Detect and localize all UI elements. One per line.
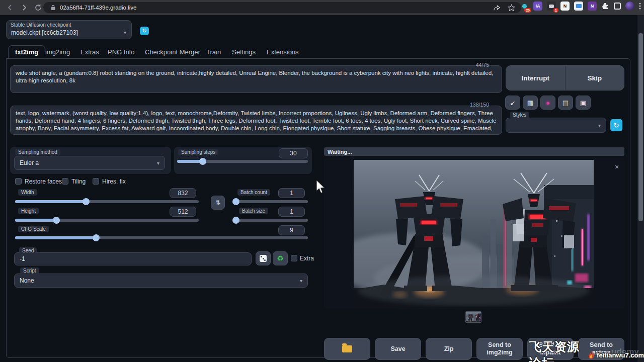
height-label: Height	[18, 208, 39, 214]
random-seed-dice-button[interactable]	[256, 251, 271, 265]
styles-refresh-button[interactable]: ↻	[610, 119, 622, 131]
batch-size-value[interactable]: 1	[278, 207, 305, 217]
width-label: Width	[18, 189, 37, 196]
checkpoint-dropdown[interactable]: Stable Diffusion checkpoint model.ckpt […	[6, 20, 132, 39]
paste-params-button[interactable]: ↙	[505, 96, 520, 110]
lock-icon	[50, 5, 56, 11]
width-slider[interactable]	[15, 200, 199, 203]
batch-size-slider[interactable]	[232, 219, 308, 222]
tab-extras[interactable]: Extras	[80, 48, 99, 56]
watermark-chinese-text: 飞天资源论坛	[529, 339, 586, 362]
slider-thumb[interactable]	[53, 217, 60, 224]
tiling-label: Tiling	[71, 178, 86, 185]
send-to-img2img-button[interactable]: Send to img2img	[476, 338, 523, 360]
swap-dimensions-button[interactable]: ⇅	[211, 196, 225, 210]
menu-dots-icon[interactable]	[639, 2, 641, 10]
forward-icon[interactable]	[20, 4, 28, 12]
restore-faces-label: Restore faces	[25, 178, 62, 185]
gallery-thumbnail[interactable]	[465, 311, 481, 323]
tab-settings[interactable]: Settings	[232, 48, 256, 56]
tab-extensions[interactable]: Extensions	[267, 48, 299, 56]
sampling-steps-slider[interactable]	[177, 160, 308, 163]
batch-size-label: Batch size	[239, 208, 268, 214]
seed-input[interactable]: -1	[14, 252, 252, 265]
extension-icons: 20 IA 1 N N	[520, 2, 641, 11]
batch-count-value[interactable]: 1	[278, 188, 305, 198]
extra-seed-checkbox[interactable]	[291, 255, 297, 261]
slider-thumb[interactable]	[83, 198, 90, 205]
trash-icon: ▦	[527, 99, 533, 107]
styles-dropdown[interactable]: ▾	[506, 118, 606, 133]
tab-txt2img[interactable]: txt2img	[8, 45, 45, 58]
tiling-checkbox[interactable]	[62, 178, 68, 185]
progress-status: Waiting...	[328, 149, 352, 155]
prompt-input[interactable]: wide shot angle, a (gundam:0.8) robot st…	[10, 65, 502, 93]
chevron-down-icon: ▾	[300, 278, 302, 284]
slider-thumb[interactable]	[199, 158, 206, 165]
browser-toolbar: 02a56ff4-71ff-439e.gradio.live 20 IA 1 N…	[0, 0, 644, 15]
tab-checkpoint-merger[interactable]: Checkpoint Merger	[145, 48, 200, 56]
site-watermark: 飞天资源论坛 feitianwu7.com	[529, 339, 644, 362]
apply-style-button[interactable]: ▤	[558, 96, 573, 110]
url-text: 02a56ff4-71ff-439e.gradio.live	[60, 5, 136, 11]
bookmark-star-icon[interactable]	[508, 4, 515, 12]
script-dropdown[interactable]: None▾	[14, 274, 308, 288]
restore-faces-checkbox[interactable]	[15, 178, 22, 185]
extra-seed-label: Extra	[300, 255, 314, 262]
slider-thumb[interactable]	[93, 234, 100, 241]
interrupt-button[interactable]: Interrupt	[506, 66, 565, 90]
negative-prompt-input[interactable]: text, logo, watermark, (worst quality, l…	[10, 106, 502, 135]
arrow-down-left-icon: ↙	[510, 99, 516, 107]
checkpoint-refresh-button[interactable]: ↻	[140, 27, 149, 35]
cfg-scale-value[interactable]: 9	[278, 225, 305, 235]
side-panel-icon[interactable]	[614, 3, 621, 10]
tab-img2img[interactable]: img2img	[45, 48, 70, 56]
batch-count-label: Batch count	[237, 189, 270, 196]
save-style-button[interactable]: ▣	[576, 96, 591, 110]
cfg-scale-label: CFG Scale	[18, 226, 49, 232]
slider-thumb[interactable]	[232, 217, 239, 224]
checkpoint-value: model.ckpt [cc6cb27103]	[11, 29, 78, 36]
chevron-down-icon: ▾	[157, 160, 159, 166]
image-extension-icon[interactable]	[574, 2, 583, 11]
url-bar[interactable]: 02a56ff4-71ff-439e.gradio.live	[43, 2, 521, 13]
onenote-extension-icon[interactable]: N	[588, 2, 597, 11]
styles-label: Styles	[510, 112, 529, 118]
notion-extension-icon[interactable]: N	[560, 2, 570, 11]
open-folder-button[interactable]	[324, 338, 370, 360]
generated-image[interactable]	[354, 160, 594, 307]
sampling-steps-label: Sampling steps	[178, 149, 218, 155]
height-value[interactable]: 512	[170, 207, 196, 217]
chevron-down-icon: ▾	[598, 123, 601, 128]
page-scrollbar[interactable]	[637, 15, 644, 362]
batch-count-slider[interactable]	[232, 200, 308, 203]
progress-bar: Waiting...	[324, 147, 624, 156]
clear-prompt-trash-button[interactable]: ▦	[523, 96, 538, 110]
camera-extension-icon[interactable]: 1	[547, 2, 556, 11]
zip-button[interactable]: Zip	[426, 338, 472, 360]
tab-train[interactable]: Train	[206, 48, 221, 56]
tab-png-info[interactable]: PNG Info	[108, 48, 134, 56]
close-image-icon[interactable]: ×	[615, 163, 619, 171]
profile-avatar[interactable]	[625, 2, 634, 11]
folder-icon	[342, 345, 352, 352]
sampling-method-dropdown[interactable]: Euler a▾	[14, 156, 165, 170]
reload-icon[interactable]	[34, 4, 42, 12]
hires-fix-checkbox[interactable]	[93, 178, 99, 185]
extra-networks-button[interactable]: ●	[540, 96, 555, 110]
share-icon[interactable]	[493, 4, 501, 12]
pin-extension-icon[interactable]: 20	[520, 2, 529, 11]
sampling-method-label: Sampling method	[15, 149, 60, 155]
scrollbar-thumb[interactable]	[638, 33, 643, 221]
skip-button[interactable]: Skip	[566, 66, 624, 90]
sampling-steps-value[interactable]: 30	[279, 148, 308, 158]
save-button[interactable]: Save	[375, 338, 421, 360]
width-value[interactable]: 832	[170, 188, 196, 198]
slider-thumb[interactable]	[232, 198, 239, 205]
puzzle-extensions-icon[interactable]	[601, 2, 609, 10]
ia-extension-icon[interactable]: IA	[533, 2, 542, 11]
back-icon[interactable]	[6, 4, 14, 12]
cfg-scale-slider[interactable]	[15, 236, 308, 239]
height-slider[interactable]	[15, 219, 199, 222]
reuse-seed-recycle-button[interactable]: ♻	[273, 251, 288, 265]
